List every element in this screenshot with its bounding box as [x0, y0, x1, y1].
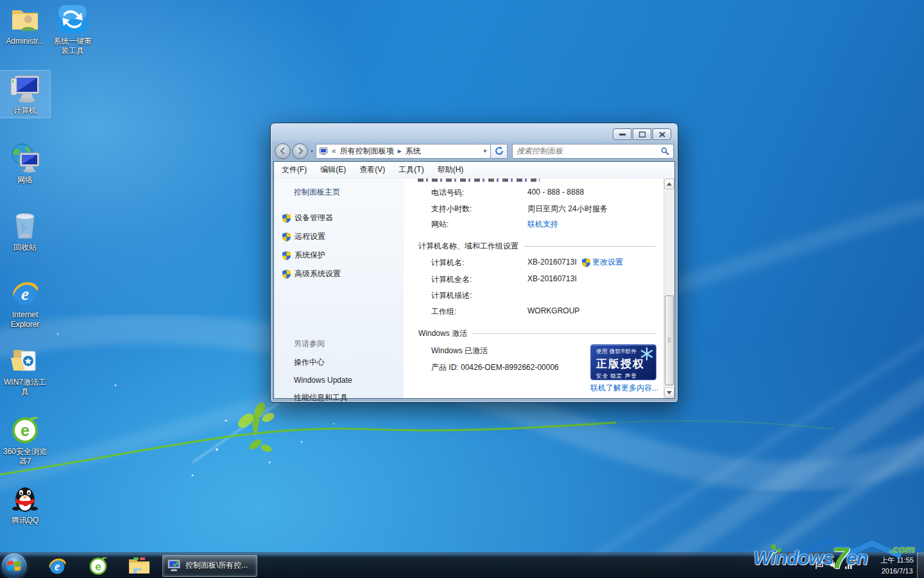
- desktop-icon-network[interactable]: 网络: [0, 143, 50, 185]
- sidebar: 控制面板主页 设备管理器 远程设置 系统保护 高级系统设置: [274, 179, 404, 398]
- taskbar-explorer-icon[interactable]: [123, 554, 156, 578]
- sidebar-advanced-settings[interactable]: 高级系统设置: [294, 268, 404, 279]
- menu-file[interactable]: 文件(F): [282, 164, 307, 175]
- icon-label: Administr...: [0, 37, 50, 46]
- svg-text:e: e: [55, 560, 60, 573]
- icon-label: 网络: [0, 175, 50, 185]
- taskbar-clock[interactable]: 上午 11:55 2016/7/13: [880, 555, 914, 577]
- hours-value: 周日至周六 24小时服务: [527, 204, 608, 215]
- desktop-icon-win7-activator[interactable]: WIN7激活工 具: [0, 345, 50, 397]
- sidebar-windows-update[interactable]: Windows Update: [294, 376, 404, 385]
- desktop-icon-administrator[interactable]: Administr...: [0, 4, 50, 46]
- menu-edit[interactable]: 编辑(E): [320, 164, 346, 175]
- desktop-icon-qq[interactable]: 腾讯QQ: [0, 483, 50, 525]
- uac-shield-icon: [282, 214, 291, 223]
- sidebar-performance-tools[interactable]: 性能信息和工具: [294, 392, 404, 403]
- website-row: 网站: 联机支持: [431, 219, 558, 230]
- scroll-down-button[interactable]: [664, 387, 674, 398]
- address-bar[interactable]: « 所有控制面板项 ▶ 系统 ▼: [316, 144, 491, 159]
- refresh-button[interactable]: [491, 144, 508, 159]
- search-input[interactable]: 搜索控制面板: [512, 144, 674, 159]
- genuine-microsoft-badge[interactable]: 使用 微软®软件 正版授权 安全 稳定 声誉: [590, 344, 656, 380]
- uac-shield-icon: [282, 270, 291, 279]
- icon-label: 360安全浏览 器7: [0, 447, 50, 466]
- taskbar-ie-icon[interactable]: e: [40, 554, 74, 578]
- qq-penguin-icon: [10, 483, 40, 514]
- computer-name-section-header: 计算机名称、域和工作组设置: [418, 241, 656, 252]
- change-settings-link[interactable]: 更改设置: [582, 257, 623, 268]
- icon-label: 腾讯QQ: [0, 516, 50, 525]
- taskbar: e e 控制面板\所有控... 上午 11:55 2016/7/13: [0, 552, 924, 578]
- breadcrumb-current[interactable]: 系统: [406, 146, 421, 157]
- icon-label: 回收站: [0, 243, 50, 252]
- recent-pages-dropdown-icon[interactable]: ▾: [311, 148, 313, 154]
- plant-sprig: [235, 401, 275, 453]
- action-center-icon[interactable]: [815, 561, 824, 570]
- activation-status: Windows 已激活: [431, 346, 488, 356]
- online-support-link[interactable]: 联机支持: [527, 219, 558, 230]
- search-placeholder: 搜索控制面板: [517, 146, 563, 157]
- desktop-icon-recycle-bin[interactable]: 回收站: [0, 210, 50, 252]
- phone-row: 电话号码: 400 - 888 - 8888: [431, 188, 584, 198]
- menu-tools[interactable]: 工具(T): [398, 164, 424, 175]
- svg-text:e: e: [21, 285, 29, 304]
- minimize-button[interactable]: [613, 128, 631, 140]
- sidebar-see-also-header: 另请参阅: [294, 338, 404, 349]
- scrollbar-thumb[interactable]: [665, 295, 674, 385]
- chevron-collapse[interactable]: «: [332, 146, 336, 155]
- workgroup-row: 工作组: WORKGROUP: [431, 306, 579, 317]
- volume-icon[interactable]: [830, 561, 839, 570]
- system-page-icon: [319, 147, 328, 155]
- network-globe-icon: [10, 143, 40, 173]
- caption-buttons: [613, 128, 671, 140]
- sidebar-action-center[interactable]: 操作中心: [294, 357, 404, 368]
- svg-text:e: e: [21, 421, 30, 439]
- taskbar-control-panel-task[interactable]: 控制面板\所有控...: [162, 555, 257, 577]
- windows-flag-icon: [8, 560, 21, 572]
- product-id: 产品 ID: 00426-OEM-8992662-00006: [431, 362, 559, 373]
- forward-button[interactable]: [292, 143, 308, 159]
- computer-name-value: XB-20160713I: [527, 258, 577, 268]
- genuine-star-icon: [640, 347, 654, 361]
- swap-arrows-icon: [57, 4, 88, 35]
- ie-icon: e: [10, 277, 40, 308]
- back-button[interactable]: [275, 143, 291, 159]
- uac-shield-icon: [282, 232, 291, 241]
- full-computer-name-row: 计算机全名: XB-20160713I: [431, 274, 577, 285]
- 360-browser-icon: e: [10, 414, 40, 445]
- menu-view[interactable]: 查看(V): [359, 164, 385, 175]
- sidebar-device-manager[interactable]: 设备管理器: [294, 213, 404, 223]
- desktop-icon-computer[interactable]: 计算机: [0, 71, 50, 118]
- start-button[interactable]: [2, 554, 26, 578]
- svg-text:e: e: [95, 560, 101, 572]
- computer-icon: [10, 73, 40, 104]
- sidebar-remote-settings[interactable]: 远程设置: [294, 231, 404, 242]
- close-button[interactable]: [653, 128, 671, 140]
- taskbar-360-browser-icon[interactable]: e: [81, 554, 115, 578]
- address-dropdown-icon[interactable]: ▼: [483, 148, 488, 154]
- maximize-button[interactable]: [633, 128, 651, 140]
- breadcrumb-separator-icon: ▶: [398, 148, 402, 154]
- clipped-scrolled-text: [418, 179, 540, 182]
- system-tray: [815, 552, 853, 578]
- sidebar-control-panel-home[interactable]: 控制面板主页: [294, 187, 404, 198]
- network-icon[interactable]: [844, 561, 853, 570]
- desktop-icon-360-browser[interactable]: e 360安全浏览 器7: [0, 414, 50, 466]
- show-desktop-button[interactable]: [917, 552, 924, 578]
- learn-more-online-link[interactable]: 联机了解更多内容...: [590, 383, 658, 394]
- vertical-scrollbar[interactable]: [663, 179, 674, 398]
- desktop-icon-internet-explorer[interactable]: e Internet Explorer: [0, 277, 50, 329]
- computer-name-row: 计算机名: XB-20160713I: [431, 258, 577, 268]
- search-icon[interactable]: [661, 147, 669, 155]
- breadcrumb-root[interactable]: 所有控制面板项: [340, 146, 394, 157]
- scroll-up-button[interactable]: [664, 179, 674, 189]
- icon-label: WIN7激活工 具: [0, 378, 50, 397]
- menu-help[interactable]: 帮助(H): [438, 164, 464, 175]
- navigation-bar: ▾ « 所有控制面板项 ▶ 系统 ▼ 搜索控制面板: [275, 141, 674, 161]
- desktop-icon-reinstall-tool[interactable]: 系统一键重 装工具: [47, 4, 98, 56]
- clock-time: 上午 11:55: [880, 555, 914, 566]
- icon-label: 计算机: [0, 106, 50, 116]
- support-hours-row: 支持小时数: 周日至周六 24小时服务: [431, 204, 608, 215]
- recycle-bin-icon: [10, 210, 40, 241]
- sidebar-system-protection[interactable]: 系统保护: [294, 250, 404, 261]
